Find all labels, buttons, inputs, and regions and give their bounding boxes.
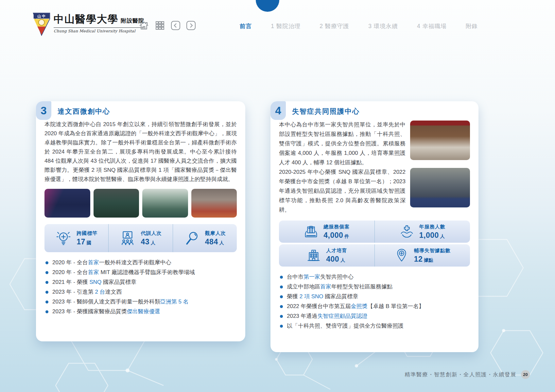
- stat-talent-trained: 人才培育 400人: [279, 244, 374, 267]
- next-page-icon[interactable]: [186, 21, 196, 30]
- section-title: 達文西微創中心: [36, 101, 245, 116]
- home-icon[interactable]: [139, 20, 149, 31]
- milestone-item: 2020 年 - 全台首家 MIT 廠認證機器手臂臨床手術教學場域: [44, 268, 237, 277]
- stat-cross-national: 跨國標竿 17國: [44, 224, 108, 252]
- award-ceremony-stage-photo: [44, 189, 90, 218]
- tab-medical-care[interactable]: 2 醫療守護: [320, 22, 349, 30]
- stats-grid: A B C 總服務個案 4,000件: [279, 220, 470, 267]
- section-paragraph: 本院達文西微創中心自 2015 年創立以來，持續引領智慧微創手術發展，並於 20…: [44, 120, 237, 184]
- page-number-badge: 20: [521, 370, 530, 379]
- stat-observers: 觀摩人次 484人: [173, 224, 237, 252]
- milestone-item: 2022 年榮獲台中市第五屆金照獎【卓越 B 單位第一名】: [279, 302, 470, 311]
- stat-value: 43: [141, 237, 149, 246]
- milestone-item: 2021 年 - 榮獲 SNQ 國家品質標章: [44, 277, 237, 287]
- stat-value: 17: [77, 237, 85, 246]
- stat-unit: 人: [340, 257, 345, 263]
- milestone-item: 2023 年通過失智症照顧品質認證: [279, 311, 470, 321]
- milestone-item: 2020 年 - 全台首家一般外科達文西手術觀摩中心: [44, 258, 237, 268]
- section-number-badge: 4: [270, 101, 286, 120]
- top-navigation: 前言 1 醫院治理 2 醫療守護 3 環境永續 4 幸福職場 附錄: [240, 22, 478, 30]
- photo-gallery: [44, 189, 237, 218]
- stat-label: 輔導失智據點數: [414, 248, 451, 254]
- shield-text: 山 中: [37, 14, 45, 18]
- hospital-shield-icon: 山 中: [33, 12, 50, 36]
- stat-label: 代訓人次: [141, 230, 162, 237]
- stat-value: 4,000: [323, 231, 343, 239]
- svg-text:B: B: [310, 226, 312, 229]
- stat-total-cases: A B C 總服務個案 4,000件: [279, 220, 374, 243]
- staff-group-photo: [410, 121, 470, 160]
- header-toolbar: [139, 20, 196, 31]
- tab-governance[interactable]: 1 醫院治理: [271, 22, 301, 30]
- lightbulb-cross-icon: [55, 230, 72, 246]
- davinci-center-card: 3 達文西微創中心 本院達文西微創中心自 2015 年創立以來，持續引領智慧微創…: [36, 101, 245, 341]
- stat-value: 1,000: [419, 231, 439, 239]
- stat-trainees: 代訓人次 43人: [108, 224, 172, 252]
- milestone-item: 榮獲 2 項 SNO 國家品質標章: [279, 292, 470, 302]
- logo-name-primary: 中山醫學大學: [54, 12, 118, 26]
- stat-label: 總服務個案: [323, 224, 350, 230]
- stat-label: 人才培育: [326, 248, 347, 254]
- footer-slogan: 精準醫療・智慧創新・全人照護・永續發展: [405, 371, 516, 378]
- grid-menu-icon[interactable]: [155, 20, 165, 31]
- stat-label: 跨國標竿: [77, 230, 97, 237]
- milestone-item: 2023 年 - 榮獲國家醫療品質獎傑出醫療優選: [44, 307, 237, 317]
- text-with-photos: 本中心為台中市第一家失智共照單位，並率先於中部設置輕型失智社區服務據點，推動「十…: [279, 120, 470, 215]
- prev-page-icon[interactable]: [171, 21, 181, 30]
- tab-workplace[interactable]: 4 幸福職場: [417, 22, 447, 30]
- case-files-icon: A B C: [304, 224, 319, 239]
- stat-unit: 人: [440, 234, 445, 239]
- dementia-center-card: 4 失智症共同照護中心 本中心為台中市第一家失智共照單位，並率先於中部設置輕型失…: [270, 101, 478, 352]
- section-title: 失智症共同照護中心: [270, 101, 478, 116]
- milestone-list: 2020 年 - 全台首家一般外科達文西手術觀摩中心 2020 年 - 全台首家…: [44, 258, 237, 317]
- stat-value: 484: [205, 237, 218, 246]
- care-hands-icon: [399, 224, 414, 239]
- logo-name-english: Chung Shan Medical University Hospital: [54, 27, 144, 33]
- hospital-logo: 山 中 中山醫學大學 附設醫院 Chung Shan Medical Unive…: [33, 12, 144, 36]
- stats-bar: 跨國標竿 17國 代訓人次 43人: [44, 224, 237, 252]
- tab-environment[interactable]: 3 環境永續: [368, 22, 398, 30]
- section-number-badge: 3: [36, 101, 51, 120]
- milestone-item: 台中市第一家失智共照中心: [279, 272, 470, 282]
- stat-unit: 據點: [424, 257, 433, 263]
- hospital-building-icon: [306, 248, 321, 263]
- stat-value: 400: [326, 255, 339, 263]
- stat-community-sites: 輔導失智據點數 12據點: [374, 244, 470, 267]
- page-tab-indicator: [256, 0, 279, 12]
- milestone-item: 2023 年 - 醫師個人達文西手術量一般外科類亞洲第 5 名: [44, 297, 237, 307]
- operating-room-photo: [142, 189, 188, 218]
- surgical-team-photo: [94, 189, 139, 218]
- stat-label: 年服務人數: [419, 224, 445, 230]
- tab-preface[interactable]: 前言: [240, 22, 252, 30]
- milestone-item: 成立中部地區首家年輕型失智社區服務據點: [279, 282, 470, 292]
- svg-text:A: A: [308, 227, 310, 229]
- trainees-screen-icon: [119, 230, 136, 246]
- stat-annual-served: 年服務人數 1,000人: [374, 220, 470, 243]
- milestone-item: 2023 年 - 引進第 2 台達文西: [44, 287, 237, 297]
- page-footer: 精準醫療・智慧創新・全人照護・永續發展 20: [405, 370, 530, 379]
- award-group-photo: [191, 189, 237, 218]
- stat-unit: 件: [344, 234, 349, 239]
- stat-unit: 國: [87, 240, 91, 245]
- magnifier-icon: [184, 230, 200, 246]
- stat-unit: 人: [151, 240, 155, 245]
- milestone-list: 台中市第一家失智共照中心 成立中部地區首家年輕型失智社區服務據點 榮獲 2 項 …: [279, 272, 470, 331]
- auditorium-event-photo: [410, 168, 470, 207]
- stat-unit: 人: [219, 240, 224, 245]
- tab-appendix[interactable]: 附錄: [466, 22, 478, 30]
- svg-text:C: C: [313, 227, 314, 229]
- stat-label: 觀摩人次: [205, 230, 226, 237]
- stat-value: 12: [414, 255, 423, 263]
- location-pin-cross-icon: [394, 248, 409, 263]
- milestone-item: 以「十科共照、雙倍守護」提供全方位醫療照護: [279, 321, 470, 331]
